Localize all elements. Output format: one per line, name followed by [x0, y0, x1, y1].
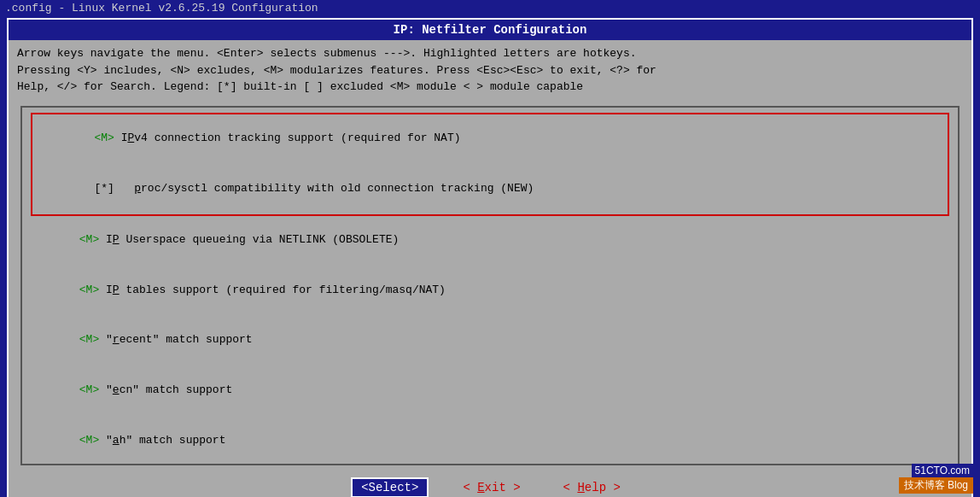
- help-text: Arrow keys navigate the menu. <Enter> se…: [9, 40, 971, 101]
- menu-item-6[interactable]: <M> "ah" match support: [22, 416, 958, 465]
- exit-hotkey: E: [477, 481, 484, 494]
- window-title: IP: Netfilter Configuration: [9, 20, 971, 40]
- watermark-bottom: 技术博客 Blog: [899, 477, 973, 494]
- exit-button[interactable]: < Exit >: [454, 479, 528, 496]
- item-text-2: IP Userspace queueing via NETLINK (OBSOL…: [99, 233, 399, 246]
- item-text-0: IPv4 connection tracking support (requir…: [114, 132, 461, 144]
- menu-item-4[interactable]: <M> "recent" match support: [22, 316, 958, 366]
- select-button[interactable]: <Select>: [351, 477, 429, 497]
- tag-5: <M>: [79, 383, 99, 396]
- help-hotkey: H: [577, 481, 584, 494]
- main-window: IP: Netfilter Configuration Arrow keys n…: [7, 18, 973, 497]
- item-text-6: "ah" match support: [99, 434, 225, 447]
- menu-item-5[interactable]: <M> "ecn" match support: [22, 365, 958, 416]
- menu-item-1[interactable]: [*] proc/sysctl compatibility with old c…: [32, 164, 948, 214]
- tag-2: <M>: [79, 233, 99, 246]
- tag-0: <M>: [94, 132, 114, 144]
- tag-4: <M>: [79, 333, 99, 346]
- title-bar: .config - Linux Kernel v2.6.25.19 Config…: [0, 0, 980, 16]
- item-text-1: proc/sysctl compatibility with old conne…: [114, 182, 534, 195]
- tag-1: [*]: [94, 182, 114, 195]
- menu-item-0[interactable]: <M> IPv4 connection tracking support (re…: [32, 114, 948, 165]
- help-button[interactable]: < Help >: [555, 479, 629, 496]
- tag-3: <M>: [79, 284, 99, 296]
- tag-6: <M>: [79, 434, 99, 447]
- title-text: .config - Linux Kernel v2.6.25.19 Config…: [5, 2, 318, 15]
- help-line-2: Pressing <Y> includes, <N> excludes, <M>…: [17, 62, 963, 79]
- watermark-top: 51CTO.com: [912, 464, 973, 477]
- menu-item-3[interactable]: <M> IP tables support (required for filt…: [22, 266, 958, 316]
- menu-item-2[interactable]: <M> IP Userspace queueing via NETLINK (O…: [22, 216, 958, 266]
- menu-area: <M> IPv4 connection tracking support (re…: [20, 106, 960, 466]
- button-bar: <Select> < Exit > < Help >: [9, 471, 971, 497]
- watermark: 51CTO.com 技术博客 Blog: [899, 464, 973, 494]
- bordered-group-1: <M> IPv4 connection tracking support (re…: [31, 113, 949, 216]
- item-text-4: "recent" match support: [99, 333, 252, 346]
- item-text-5: "ecn" match support: [99, 383, 232, 396]
- item-text-3: IP tables support (required for filterin…: [99, 284, 446, 296]
- help-line-1: Arrow keys navigate the menu. <Enter> se…: [17, 45, 963, 62]
- help-line-3: Help, </> for Search. Legend: [*] built-…: [17, 79, 963, 96]
